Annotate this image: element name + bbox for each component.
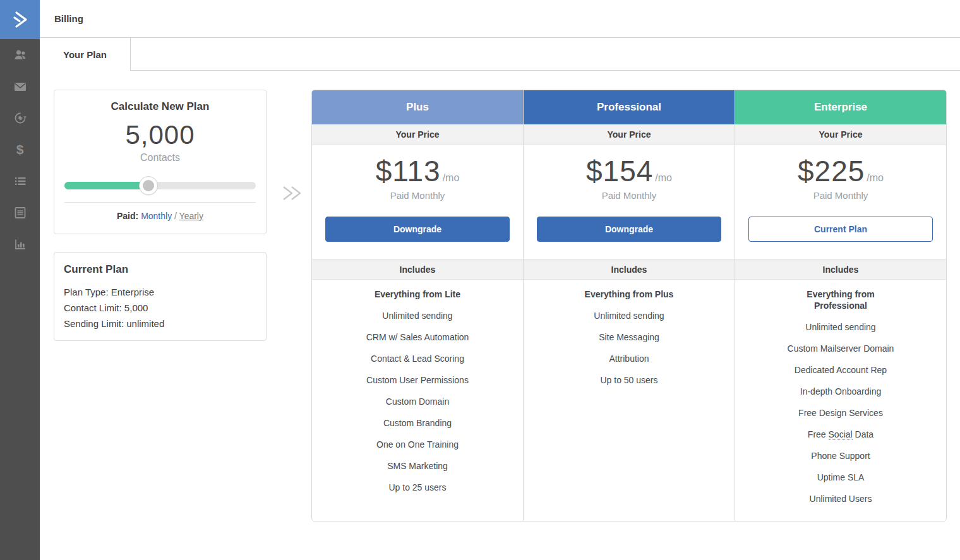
feature-item: Everything from Lite	[361, 289, 474, 300]
price-block: $113/mo Paid Monthly	[312, 145, 523, 213]
your-price-label: Your Price	[524, 124, 735, 145]
contacts-slider[interactable]	[64, 176, 256, 195]
price-period: /mo	[655, 172, 672, 183]
feature-item: Attribution	[536, 353, 722, 364]
feature-item: Site Messaging	[536, 331, 722, 343]
feature-item: SMS Marketing	[325, 460, 510, 472]
envelope-icon	[13, 79, 28, 94]
sidebar-item-contacts[interactable]	[0, 39, 40, 71]
feature-item: Custom Mailserver Domain	[748, 343, 933, 354]
includes-label: Includes	[735, 259, 946, 280]
sidebar-item-forms[interactable]	[0, 197, 40, 229]
price-block: $154/mo Paid Monthly	[524, 145, 735, 213]
feature-item: Custom Domain	[325, 396, 510, 407]
bar-chart-icon	[13, 237, 28, 252]
contacts-label: Contacts	[54, 152, 266, 164]
dollar-icon: $	[16, 142, 24, 157]
tab-bar-spacer	[131, 38, 960, 71]
pricing-table: Plus Your Price $113/mo Paid Monthly Dow…	[311, 90, 947, 521]
paid-note: Paid Monthly	[524, 190, 735, 201]
plan-name-header: Enterprise	[735, 90, 946, 124]
plan-type-line: Plan Type: Enterprise	[64, 284, 256, 300]
sending-limit-line: Sending Limit: unlimited	[64, 316, 256, 331]
app-logo[interactable]	[0, 0, 40, 39]
tab-bar: Your Plan	[40, 38, 960, 71]
feature-list: Everything from ProfessionalUnlimited se…	[735, 280, 946, 504]
list-icon	[13, 174, 28, 189]
current-plan-button[interactable]: Current Plan	[748, 217, 933, 242]
sidebar-item-deals[interactable]: $	[0, 134, 40, 165]
feature-item: Everything from Plus	[572, 289, 686, 300]
contact-limit-line: Contact Limit: 5,000	[64, 300, 256, 316]
your-price-label: Your Price	[312, 124, 523, 145]
feature-item: In-depth Onboarding	[748, 386, 933, 397]
your-price-label: Your Price	[735, 124, 946, 145]
plan-column-professional: Professional Your Price $154/mo Paid Mon…	[523, 90, 735, 521]
feature-item: Unlimited sending	[536, 310, 722, 321]
yearly-link[interactable]: Yearly	[179, 211, 203, 221]
feature-item: Phone Support	[748, 450, 933, 462]
feature-list: Everything from LiteUnlimited sendingCRM…	[312, 280, 523, 493]
sidebar-item-reports[interactable]	[0, 229, 40, 260]
page-title: Billing	[40, 13, 83, 24]
page-header: Billing	[40, 0, 960, 38]
feature-item: Custom Branding	[325, 417, 510, 429]
sidebar-item-lists[interactable]	[0, 165, 40, 197]
double-chevron-right-icon	[9, 9, 31, 30]
feature-item: Unlimited sending	[748, 321, 933, 333]
feature-item: Unlimited sending	[325, 310, 510, 321]
contacts-icon	[13, 47, 28, 63]
plan-column-plus: Plus Your Price $113/mo Paid Monthly Dow…	[312, 90, 523, 521]
price-block: $225/mo Paid Monthly	[735, 145, 946, 213]
feature-item: Free Design Services	[748, 407, 933, 419]
tooltip-term[interactable]: Social	[829, 429, 853, 440]
price-value: $113	[376, 155, 441, 188]
feature-item: Uptime SLA	[748, 472, 933, 483]
billing-content: Calculate New Plan 5,000 Contacts Paid: …	[40, 71, 960, 559]
price-period: /mo	[443, 172, 460, 183]
feature-item: One on One Training	[325, 439, 510, 450]
feature-item: Unlimited Users	[748, 493, 933, 504]
feature-item: Custom User Permissions	[325, 374, 510, 386]
current-plan-title: Current Plan	[64, 263, 256, 276]
feature-item: Everything from Professional	[784, 289, 897, 311]
monthly-link[interactable]: Monthly	[141, 211, 172, 221]
feature-list: Everything from PlusUnlimited sendingSit…	[524, 280, 735, 386]
slider-thumb[interactable]	[139, 176, 158, 195]
plan-column-enterprise: Enterprise Your Price $225/mo Paid Month…	[735, 90, 946, 521]
sidebar-nav: $	[0, 39, 40, 260]
tab-your-plan[interactable]: Your Plan	[40, 38, 131, 71]
sidebar: $	[0, 0, 40, 560]
slider-fill	[64, 182, 148, 189]
calculate-plan-title: Calculate New Plan	[54, 100, 266, 113]
contacts-count: 5,000	[54, 121, 266, 149]
price-value: $154	[586, 155, 653, 188]
paid-note: Paid Monthly	[312, 190, 523, 201]
downgrade-button-professional[interactable]: Downgrade	[537, 217, 721, 242]
price-value: $225	[798, 155, 865, 188]
includes-label: Includes	[524, 259, 735, 280]
sidebar-item-automations[interactable]	[0, 102, 40, 134]
current-plan-card: Current Plan Plan Type: Enterprise Conta…	[54, 252, 267, 341]
automation-gear-icon	[13, 110, 28, 126]
paid-label: Paid:	[117, 211, 138, 221]
downgrade-button-plus[interactable]: Downgrade	[325, 217, 510, 242]
paid-note: Paid Monthly	[735, 190, 946, 201]
document-icon	[13, 205, 28, 220]
price-period: /mo	[867, 172, 884, 183]
feature-item: Contact & Lead Scoring	[325, 353, 510, 364]
collapse-calculator-control[interactable]	[277, 181, 306, 206]
double-chevron-right-icon	[280, 183, 304, 203]
feature-item: Free Social Data	[748, 429, 933, 440]
includes-label: Includes	[312, 259, 523, 280]
sidebar-item-campaigns[interactable]	[0, 71, 40, 102]
feature-item: Up to 50 users	[536, 374, 722, 386]
feature-item: Up to 25 users	[325, 482, 510, 493]
calculate-plan-card: Calculate New Plan 5,000 Contacts Paid: …	[54, 90, 267, 234]
billing-period-row: Paid: Monthly / Yearly	[54, 211, 266, 221]
plan-name-header: Professional	[524, 90, 735, 124]
feature-item: CRM w/ Sales Automation	[325, 331, 510, 343]
option-separator: /	[174, 211, 177, 221]
feature-item: Dedicated Account Rep	[748, 364, 933, 376]
divider	[64, 202, 256, 203]
